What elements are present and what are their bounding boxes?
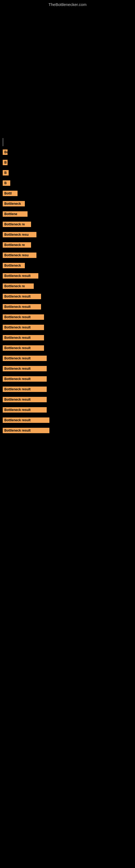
- result-row[interactable]: Bottleneck result: [3, 304, 132, 311]
- bottleneck-result-badge[interactable]: Bottleneck result: [3, 325, 44, 330]
- bottleneck-result-badge[interactable]: Bottleneck result: [3, 150, 8, 155]
- result-row[interactable]: Bottleneck resu: [3, 231, 132, 239]
- result-row[interactable]: Bottleneck result: [3, 355, 132, 363]
- main-content: Bottleneck resultBBBBottlBottleneckBottl…: [0, 8, 135, 435]
- separator-line: [3, 138, 3, 146]
- result-row[interactable]: Bottleneck result: [3, 149, 132, 156]
- result-row[interactable]: Bottleneck result: [3, 365, 132, 373]
- bottleneck-result-badge[interactable]: Bottleneck result: [3, 397, 47, 402]
- black-top-section: [3, 8, 132, 138]
- bottleneck-result-badge[interactable]: Bottleneck re: [3, 283, 34, 289]
- bottleneck-result-badge[interactable]: Bottleneck: [3, 201, 25, 207]
- results-container: Bottleneck resultBBBBottlBottleneckBottl…: [3, 138, 132, 435]
- bottleneck-result-badge[interactable]: Bottleneck result: [3, 386, 47, 392]
- result-row[interactable]: Bottleneck re: [3, 242, 132, 249]
- result-row[interactable]: Bottleneck re: [3, 283, 132, 290]
- result-row[interactable]: Bottl: [3, 190, 132, 198]
- bottleneck-result-badge[interactable]: Bottleneck result: [3, 345, 44, 351]
- result-row[interactable]: B: [3, 180, 132, 187]
- bottleneck-result-badge[interactable]: Bottleneck result: [3, 428, 49, 433]
- result-row[interactable]: Bottleneck result: [3, 386, 132, 394]
- bottleneck-result-badge[interactable]: Bottleneck result: [3, 366, 47, 371]
- bottleneck-result-badge[interactable]: Bottleneck resu: [3, 232, 37, 237]
- result-row[interactable]: Bottleneck result: [3, 396, 132, 404]
- bottleneck-result-badge[interactable]: Bottleneck re: [3, 222, 31, 227]
- bottleneck-result-badge[interactable]: B: [3, 160, 8, 165]
- result-row[interactable]: Bottleneck: [3, 200, 132, 208]
- result-row[interactable]: Bottlene: [3, 211, 132, 218]
- bottleneck-result-badge[interactable]: Bottleneck resu: [3, 252, 37, 258]
- result-row[interactable]: Bottleneck result: [3, 427, 132, 435]
- bottleneck-result-badge[interactable]: Bottleneck result: [3, 304, 41, 310]
- bottleneck-result-badge[interactable]: Bottleneck re: [3, 242, 31, 248]
- bottleneck-result-badge[interactable]: Bottleneck result: [3, 417, 49, 423]
- result-row[interactable]: Bottleneck: [3, 262, 132, 270]
- bottleneck-result-badge[interactable]: Bottleneck result: [3, 273, 38, 279]
- result-row[interactable]: Bottleneck result: [3, 417, 132, 425]
- bottleneck-result-badge[interactable]: Bottleneck result: [3, 294, 41, 299]
- result-row[interactable]: Bottleneck resu: [3, 252, 132, 259]
- result-row[interactable]: Bottleneck result: [3, 345, 132, 352]
- result-row[interactable]: Bottleneck result: [3, 335, 132, 342]
- bottleneck-result-badge[interactable]: Bottl: [3, 191, 17, 196]
- result-row[interactable]: Bottleneck result: [3, 293, 132, 301]
- bottleneck-result-badge[interactable]: Bottleneck: [3, 263, 25, 268]
- result-row[interactable]: Bottleneck re: [3, 221, 132, 229]
- site-title: TheBottlenecker.com: [0, 0, 135, 8]
- bottleneck-result-badge[interactable]: Bottleneck result: [3, 407, 47, 412]
- result-row[interactable]: B: [3, 169, 132, 177]
- bottleneck-result-badge[interactable]: B: [3, 170, 9, 176]
- bottleneck-result-badge[interactable]: Bottleneck result: [3, 355, 47, 361]
- bottleneck-result-badge[interactable]: Bottlene: [3, 211, 28, 217]
- bottleneck-result-badge[interactable]: Bottleneck result: [3, 314, 44, 320]
- bottleneck-result-badge[interactable]: Bottleneck result: [3, 335, 44, 340]
- bottleneck-result-badge[interactable]: B: [3, 180, 10, 186]
- bottleneck-result-badge[interactable]: Bottleneck result: [3, 376, 47, 382]
- result-row[interactable]: Bottleneck result: [3, 324, 132, 332]
- result-row[interactable]: Bottleneck result: [3, 314, 132, 321]
- result-row[interactable]: Bottleneck result: [3, 273, 132, 280]
- result-row[interactable]: Bottleneck result: [3, 376, 132, 383]
- result-row[interactable]: Bottleneck result: [3, 407, 132, 414]
- result-row[interactable]: B: [3, 159, 132, 167]
